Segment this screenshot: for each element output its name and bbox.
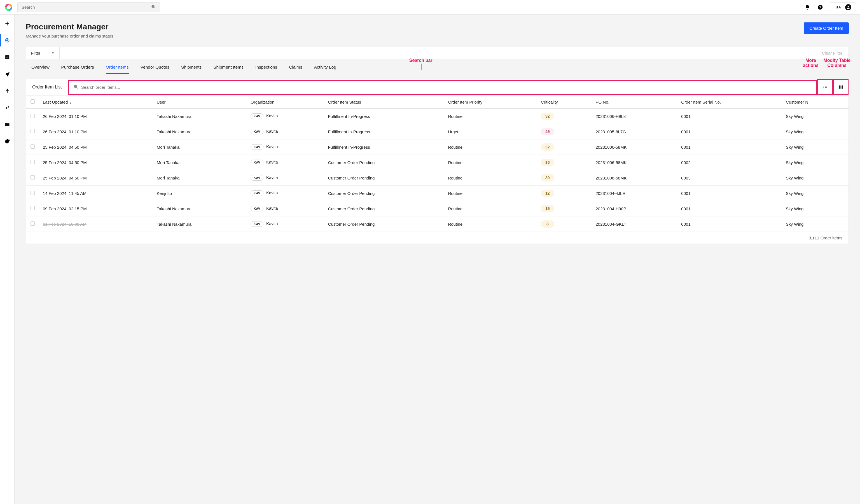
rail-settings[interactable] [0, 136, 15, 146]
cell-serial: 0001 [677, 216, 782, 232]
table-row[interactable]: 01 Feb 2024, 10:30 AMTakashi NakamuraKAV… [26, 216, 848, 232]
create-order-item-button[interactable]: Create Order Item [804, 23, 849, 34]
row-checkbox[interactable] [30, 175, 35, 179]
page-header: Procurement Manager Manage your purchase… [26, 23, 849, 38]
column-header[interactable]: User [153, 96, 247, 109]
table-row[interactable]: 25 Feb 2024, 04:50 PMMori TanakaKAVKavit… [26, 140, 848, 155]
column-header[interactable]: Order Item Priority [444, 96, 537, 109]
cell-organization: KAVKavita [247, 124, 324, 140]
cell-customer: Sky Wing [782, 140, 848, 155]
criticality-badge: 45 [541, 128, 554, 135]
global-search[interactable] [17, 2, 160, 12]
criticality-badge: 30 [541, 174, 554, 182]
table-row[interactable]: 26 Feb 2024, 01:10 PMTakashi NakamuraKAV… [26, 109, 848, 124]
row-checkbox[interactable] [30, 191, 35, 195]
svg-point-0 [152, 5, 154, 8]
cell-last-updated: 26 Feb 2024, 01:10 PM [39, 109, 153, 124]
search-icon [73, 84, 78, 90]
table-body: 26 Feb 2024, 01:10 PMTakashi NakamuraKAV… [26, 109, 848, 232]
org-pill: KAV [250, 144, 263, 150]
cell-criticality: 12 [537, 186, 592, 201]
row-checkbox[interactable] [30, 160, 35, 164]
table-row[interactable]: 09 Feb 2024, 02:15 PMTakashi NakamuraKAV… [26, 201, 848, 216]
cell-status: Customer Order Pending [324, 155, 444, 170]
cell-criticality: 45 [537, 124, 592, 140]
rail-procurement[interactable] [0, 36, 15, 45]
column-header[interactable]: Order Item Status [324, 96, 444, 109]
row-checkbox[interactable] [30, 221, 35, 226]
table-row[interactable]: 26 Feb 2024, 01:10 PMTakashi NakamuraKAV… [26, 124, 848, 140]
cell-serial: 0001 [677, 201, 782, 216]
cell-user: Kenji Ito [153, 186, 247, 201]
tab-shipments[interactable]: Shipments [181, 65, 202, 74]
column-header[interactable]: Organization [247, 96, 324, 109]
clear-filter-button[interactable]: Clear Filter [816, 51, 848, 55]
column-header[interactable]: Customer N [782, 96, 848, 109]
tab-vendor-quotes[interactable]: Vendor Quotes [141, 65, 169, 74]
svg-point-11 [74, 85, 77, 88]
cell-serial: 0001 [677, 140, 782, 155]
column-header[interactable]: Criticality [537, 96, 592, 109]
order-items-search[interactable] [68, 80, 817, 95]
cell-criticality: 30 [537, 170, 592, 186]
table-row[interactable]: 25 Feb 2024, 04:50 PMMori TanakaKAVKavit… [26, 155, 848, 170]
select-all-checkbox[interactable] [30, 99, 35, 104]
tab-order-items[interactable]: Order Items [106, 65, 129, 74]
main-content: Procurement Manager Manage your purchase… [15, 15, 860, 504]
table-row[interactable]: 14 Feb 2024, 11:45 AMKenji ItoKAVKavitaC… [26, 186, 848, 201]
svg-point-15 [826, 87, 827, 88]
modify-columns-button[interactable] [833, 79, 848, 95]
row-checkbox[interactable] [30, 129, 35, 133]
row-checkbox[interactable] [30, 114, 35, 118]
column-header[interactable]: Last Updated↓ [39, 96, 153, 109]
user-menu[interactable]: BA [830, 2, 855, 12]
filter-dropdown[interactable]: Filter ▼ [26, 47, 60, 59]
cell-last-updated: 26 Feb 2024, 01:10 PM [39, 124, 153, 140]
org-pill: KAV [250, 129, 263, 134]
cell-priority: Routine [444, 155, 537, 170]
rail-add[interactable] [0, 19, 15, 28]
card-footer: 3,111 Order items [26, 232, 848, 244]
filter-label: Filter [31, 51, 40, 55]
rail-flights[interactable] [0, 69, 15, 78]
svg-point-14 [825, 87, 826, 88]
more-actions-button[interactable] [817, 79, 833, 95]
rail-analytics[interactable] [0, 53, 15, 62]
cell-user: Mori Tanaka [153, 170, 247, 186]
svg-line-1 [154, 7, 155, 9]
cell-serial: 0001 [677, 124, 782, 140]
cell-po-number: 20231006-58MK [591, 155, 677, 170]
annotation-modify-columns: Modify TableColumns [823, 58, 850, 68]
tab-activity-log[interactable]: Activity Log [314, 65, 336, 74]
nav-rail [0, 15, 15, 504]
tab-overview[interactable]: Overview [31, 65, 49, 74]
rail-transfers[interactable] [0, 103, 15, 112]
column-header[interactable]: PO No. [591, 96, 677, 109]
rail-tower[interactable] [0, 86, 15, 95]
cell-last-updated: 01 Feb 2024, 10:30 AM [39, 216, 153, 232]
svg-rect-8 [6, 57, 7, 58]
org-pill: KAV [250, 160, 263, 165]
search-icon [151, 4, 156, 10]
order-items-search-input[interactable] [81, 80, 812, 95]
chevron-down-icon: ▼ [52, 52, 54, 55]
column-header[interactable]: Order Item Serial No. [677, 96, 782, 109]
cell-user: Takashi Nakamura [153, 201, 247, 216]
cell-user: Takashi Nakamura [153, 124, 247, 140]
table-row[interactable]: 25 Feb 2024, 04:50 PMMori TanakaKAVKavit… [26, 170, 848, 186]
svg-point-13 [823, 87, 824, 88]
tab-inspections[interactable]: Inspections [255, 65, 277, 74]
notifications-icon[interactable] [804, 4, 811, 10]
global-search-input[interactable] [22, 5, 151, 10]
row-checkbox[interactable] [30, 144, 35, 149]
help-icon[interactable]: ? [817, 4, 823, 10]
tab-shipment-items[interactable]: Shipment Items [213, 65, 244, 74]
app-logo [5, 4, 12, 11]
cell-serial: 0003 [677, 170, 782, 186]
rail-files[interactable] [0, 120, 15, 129]
column-header[interactable] [26, 96, 39, 109]
cell-organization: KAVKavita [247, 216, 324, 232]
tab-claims[interactable]: Claims [289, 65, 302, 74]
row-checkbox[interactable] [30, 206, 35, 210]
tab-purchase-orders[interactable]: Purchase Orders [61, 65, 94, 74]
